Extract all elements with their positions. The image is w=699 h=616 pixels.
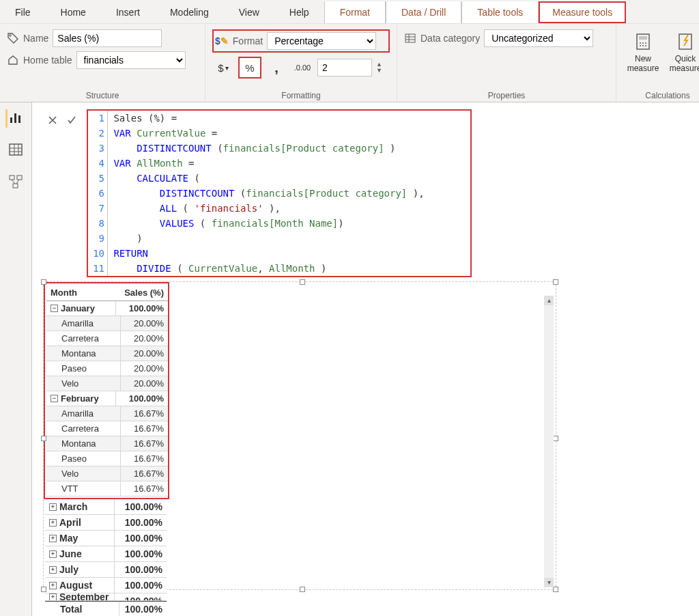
dax-editor[interactable]: 1 Sales (%) =2 VAR CurrentValue =3 DISTI… <box>87 109 472 277</box>
group-row[interactable]: −January100.00% <box>46 301 168 316</box>
resize-handle[interactable] <box>41 587 46 592</box>
item-row[interactable]: Paseo16.67% <box>46 451 168 466</box>
item-row[interactable]: Montana20.00% <box>46 346 168 361</box>
group-row[interactable]: +March100.00% <box>45 499 167 515</box>
currency-button[interactable]: $▾ <box>212 57 234 78</box>
decimal-places-input[interactable] <box>317 59 372 76</box>
expand-icon[interactable]: + <box>49 535 57 542</box>
tab-insert[interactable]: Insert <box>101 1 155 23</box>
tab-file[interactable]: File <box>0 1 46 23</box>
svg-point-7 <box>640 42 641 44</box>
bar-chart-icon <box>8 109 24 126</box>
resize-handle[interactable] <box>300 279 305 285</box>
code-line[interactable]: 10 RETURN <box>88 246 470 261</box>
tab-format[interactable]: Format <box>324 1 386 23</box>
percent-button[interactable]: % <box>238 57 261 79</box>
data-category-select[interactable]: Uncategorized <box>484 29 593 47</box>
code-line[interactable]: 5 CALCULATE ( <box>88 171 470 186</box>
code-line[interactable]: 9 ) <box>88 231 470 246</box>
resize-handle[interactable] <box>553 279 558 285</box>
tab-data-drill[interactable]: Data / Drill <box>386 1 461 23</box>
total-label: Total <box>45 602 119 616</box>
item-row[interactable]: Carretera16.67% <box>46 421 168 436</box>
svg-rect-22 <box>10 176 14 180</box>
header-sales[interactable]: Sales (%) <box>116 285 168 300</box>
expand-icon[interactable]: + <box>49 550 57 558</box>
scroll-up-arrow[interactable]: ▴ <box>544 296 554 305</box>
resize-handle[interactable] <box>41 279 46 285</box>
tab-home[interactable]: Home <box>46 1 101 23</box>
code-line[interactable]: 4 VAR AllMonth = <box>88 156 470 171</box>
resize-handle[interactable] <box>553 587 558 592</box>
group-row[interactable]: +May100.00% <box>45 531 167 546</box>
expand-icon[interactable]: + <box>49 582 57 589</box>
code-line[interactable]: 6 DISTINCTCOUNT (financials[Product cate… <box>88 186 470 201</box>
code-line[interactable]: 11 DIVIDE ( CurrentValue, AllMonth ) <box>88 261 470 276</box>
ribbon-tabs: File Home Insert Modeling View Help Form… <box>0 0 699 24</box>
svg-point-9 <box>645 42 646 44</box>
expand-icon[interactable]: + <box>49 566 57 574</box>
expand-icon[interactable]: + <box>49 503 57 511</box>
total-value: 100.00% <box>119 602 167 616</box>
collapse-icon[interactable]: − <box>51 395 58 402</box>
report-canvas: 1 Sales (%) =2 VAR CurrentValue =3 DISTI… <box>32 102 699 616</box>
thousands-button[interactable]: , <box>266 57 287 78</box>
data-view-button[interactable] <box>8 141 24 160</box>
decimal-toggle-button[interactable]: .0.00 <box>291 57 313 78</box>
header-month[interactable]: Month <box>46 285 116 300</box>
group-row[interactable]: +August100.00% <box>45 578 167 593</box>
item-row[interactable]: Velo16.67% <box>46 466 168 481</box>
svg-rect-16 <box>18 115 20 123</box>
item-row[interactable]: Paseo20.00% <box>46 361 168 376</box>
quick-measure-button[interactable]: Quick measure <box>666 32 699 74</box>
tab-view[interactable]: View <box>224 1 274 23</box>
item-row[interactable]: VTT16.67% <box>46 481 168 496</box>
vertical-scrollbar[interactable]: ▴ ▾ <box>544 296 554 587</box>
code-line[interactable]: 1 Sales (%) = <box>88 111 470 126</box>
svg-point-8 <box>642 42 644 44</box>
tab-help[interactable]: Help <box>274 1 324 23</box>
code-line[interactable]: 8 VALUES ( financials[Month Name]) <box>88 216 470 231</box>
decimal-stepper[interactable]: ▲▼ <box>376 61 382 74</box>
svg-rect-23 <box>17 176 22 180</box>
commit-formula-button[interactable] <box>62 111 81 130</box>
format-select[interactable]: Percentage <box>267 32 376 50</box>
resize-handle[interactable] <box>553 436 558 441</box>
model-view-button[interactable] <box>8 173 24 192</box>
resize-handle[interactable] <box>41 436 46 441</box>
group-row[interactable]: +September100.00% <box>45 593 167 601</box>
group-row[interactable]: +April100.00% <box>45 515 167 531</box>
svg-rect-15 <box>14 113 16 123</box>
cancel-formula-button[interactable] <box>43 111 62 130</box>
group-row[interactable]: +June100.00% <box>45 546 167 562</box>
tab-table-tools[interactable]: Table tools <box>461 1 539 23</box>
report-view-button[interactable] <box>5 109 24 128</box>
data-category-label: Data category <box>420 33 480 44</box>
svg-rect-24 <box>13 184 18 188</box>
code-line[interactable]: 7 ALL ( 'financials' ), <box>88 201 470 216</box>
tab-modeling[interactable]: Modeling <box>155 1 224 23</box>
table-visual[interactable]: Month Sales (%) −January100.00%Amarilla2… <box>43 281 556 590</box>
group-row[interactable]: −February100.00% <box>46 391 168 406</box>
item-row[interactable]: Montana16.67% <box>46 436 168 451</box>
collapse-icon[interactable]: − <box>51 305 58 312</box>
code-line[interactable]: 3 DISTINCTCOUNT (financials[Product cate… <box>88 141 470 156</box>
item-row[interactable]: Amarilla20.00% <box>46 316 168 331</box>
resize-handle[interactable] <box>300 587 305 592</box>
item-row[interactable]: Velo20.00% <box>46 376 168 391</box>
new-measure-button[interactable]: New measure <box>623 32 663 74</box>
check-icon <box>66 115 77 126</box>
expand-icon[interactable]: + <box>49 519 57 527</box>
group-title-calculations: Calculations <box>623 88 699 100</box>
name-label: Name <box>23 33 48 44</box>
item-row[interactable]: Amarilla16.67% <box>46 406 168 421</box>
measure-name-input[interactable] <box>53 29 162 47</box>
formula-bar: 1 Sales (%) =2 VAR CurrentValue =3 DISTI… <box>43 109 699 277</box>
group-row[interactable]: +July100.00% <box>45 562 167 578</box>
code-line[interactable]: 2 VAR CurrentValue = <box>88 126 470 141</box>
scroll-down-arrow[interactable]: ▾ <box>544 578 554 587</box>
tab-measure-tools[interactable]: Measure tools <box>539 1 626 23</box>
item-row[interactable]: Carretera20.00% <box>46 331 168 346</box>
home-table-select[interactable]: financials <box>76 51 186 69</box>
expand-icon[interactable]: + <box>49 593 57 601</box>
